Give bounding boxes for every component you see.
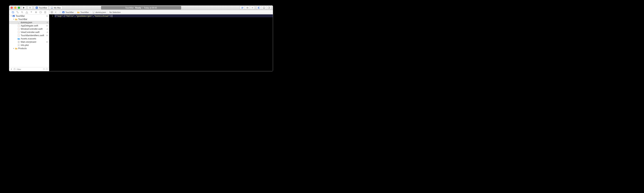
tree-row[interactable]: Products [9,47,49,50]
tree-row[interactable]: AppDelegate.swiftM [9,24,49,27]
tree-row-label: AppDelegate.swift [21,24,38,27]
tree-row[interactable]: Main.storyboardM [9,40,49,44]
add-icon[interactable] [10,68,12,70]
tree-row-label: Products [18,47,27,50]
chevron-right-icon[interactable] [13,48,14,49]
code-line: {"sup":["hello","goedemorgen","konnichiw… [55,15,272,17]
svg-rect-22 [18,34,20,36]
project-navigator-tab[interactable] [11,10,14,14]
toggle-debug-area-button[interactable] [261,6,266,10]
svg-rect-25 [18,42,19,43]
scm-badge: M [46,15,48,17]
tree-row-label: Assets.xcassets [21,38,36,40]
file-icon [62,11,65,14]
jump-bar-segment[interactable]: TouchBar [65,11,74,13]
panel-toggle-group [256,6,272,10]
toolbar-right [240,6,272,10]
scheme-target-label: TouchBar [39,7,47,9]
activity-scheme: TouchBar: [125,7,134,9]
svg-rect-0 [29,7,31,8]
source-control-navigator-tab[interactable] [16,10,19,14]
navigator: TouchBarMTouchBar{}dummy.jsonAAppDelegat… [9,10,49,71]
tree-row[interactable]: WindowController.swiftA [9,27,49,30]
tree-row[interactable]: Assets.xcassets [9,37,49,40]
svg-rect-32 [52,11,53,12]
test-navigator-tab[interactable] [30,10,33,14]
toggle-inspector-button[interactable] [266,6,272,10]
code-content[interactable]: {"sup":["hello","goedemorgen","konnichiw… [54,14,273,71]
main-split: TouchBarMTouchBar{}dummy.jsonAAppDelegat… [9,10,273,71]
tree-row[interactable]: ViewController.swiftA [9,30,49,34]
chevron-right-icon: 〉 [74,11,76,14]
chevron-down-icon[interactable] [10,15,12,17]
tree-row[interactable]: TouchBarIdentifiers.swiftM [9,34,49,37]
run-button[interactable] [21,6,26,10]
issue-navigator-tab[interactable] [25,10,28,14]
scheme-target-selector[interactable]: TouchBar [34,6,48,10]
navigator-tab-bar [9,10,49,14]
navigator-filter-bar [9,67,49,71]
scm-badge: M [46,25,48,27]
breakpoint-navigator-tab[interactable] [39,10,42,14]
file-tree[interactable]: TouchBarMTouchBar{}dummy.jsonAAppDelegat… [9,14,49,67]
svg-rect-9 [263,8,265,8]
tree-row[interactable]: TouchBarM [9,14,49,18]
standard-editor-button[interactable] [240,6,245,10]
zoom-button[interactable] [18,7,20,9]
svg-rect-20 [18,28,20,30]
scheme-destination-selector[interactable]: My Mac [49,6,62,10]
assistant-editor-button[interactable] [245,6,250,10]
svg-rect-21 [18,31,20,33]
svg-rect-33 [51,12,52,13]
version-editor-button[interactable] [250,6,255,10]
recent-filter-icon[interactable] [43,68,45,70]
tree-row-label: Info.plist [21,44,29,46]
related-items-button[interactable] [50,10,54,14]
tree-row[interactable]: Info.plist [9,44,49,47]
stop-button[interactable] [28,6,32,10]
svg-rect-2 [51,7,53,8]
toggle-navigator-button[interactable] [256,6,261,10]
close-button[interactable] [11,7,13,9]
tree-row-label: TouchBar [16,15,25,17]
svg-text:{}: {} [93,12,94,13]
chevron-right-icon: 〉 [90,11,92,14]
find-navigator-tab[interactable] [20,10,24,14]
jump-bar: TouchBar〉TouchBar〉{}dummy.json〉No Select… [49,10,273,14]
jump-bar-segment[interactable]: dummy.json [96,11,106,13]
svg-rect-12 [16,11,17,12]
svg-rect-23 [18,41,20,43]
scm-filter-icon[interactable] [46,68,48,70]
debug-navigator-tab[interactable] [34,10,38,14]
file-icon [12,15,15,17]
code-area: 1 {"sup":["hello","goedemorgen","konnich… [49,14,273,71]
svg-point-27 [18,45,19,46]
filter-scope-icon[interactable] [14,68,16,70]
file-icon [18,31,20,34]
scm-badge: A [47,28,48,30]
jump-bar-segment[interactable]: TouchBar [80,11,88,13]
svg-rect-31 [51,11,52,12]
activity-view[interactable]: TouchBar: Ready | Today at 09:43 [101,6,181,10]
back-button[interactable] [54,10,58,14]
minimize-button[interactable] [14,7,16,9]
tree-row-label: dummy.json [21,21,32,24]
chevron-down-icon[interactable] [13,18,14,20]
svg-rect-7 [258,7,258,9]
activity-divider: | [142,7,143,9]
jump-bar-segment[interactable]: No Selection [109,11,120,13]
file-icon [77,11,80,14]
filter-input[interactable] [17,68,42,70]
tree-row[interactable]: {}dummy.jsonA [9,21,49,24]
file-icon [18,41,20,43]
tree-row-label: ViewController.swift [21,31,40,34]
jump-bar-path[interactable]: TouchBar〉TouchBar〉{}dummy.json〉No Select… [62,11,121,14]
forward-button[interactable] [58,10,62,14]
file-icon [15,18,18,20]
file-icon [18,44,20,46]
tree-row-label: TouchBar [18,18,27,20]
tree-row[interactable]: TouchBar [9,18,49,21]
svg-text:{}: {} [18,22,19,24]
report-navigator-tab[interactable] [44,10,47,14]
file-icon: {} [18,21,20,24]
